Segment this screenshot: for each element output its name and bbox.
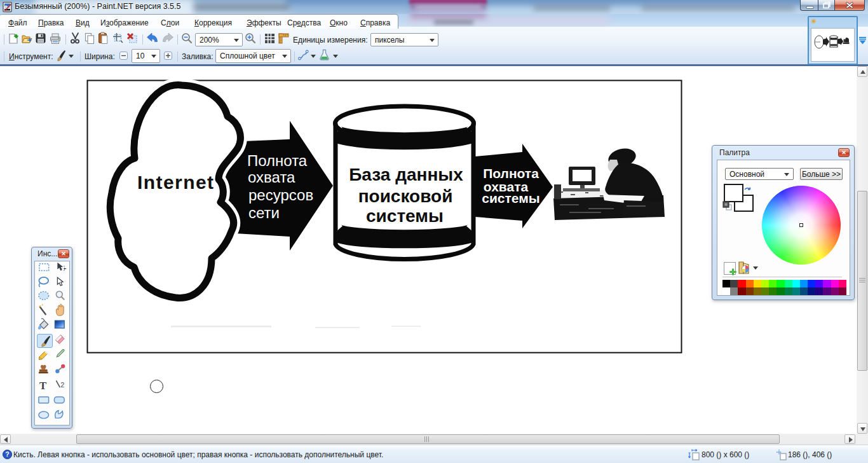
svg-text:2: 2 [60,381,64,389]
svg-text:системы: системы [366,206,444,226]
svg-text:T: T [39,380,46,392]
svg-text:сети: сети [248,204,280,221]
svg-text:охвата: охвата [248,169,295,186]
svg-text:ресурсов: ресурсов [248,186,313,204]
svg-text:Полнота: Полнота [483,166,539,181]
svg-text:системы: системы [482,191,539,205]
svg-text:Internet: Internet [137,172,214,193]
svg-text:Полнота: Полнота [247,152,308,169]
svg-text:База данных: База данных [349,165,463,184]
svg-text:поисковой: поисковой [358,186,453,206]
svg-text:?: ? [5,450,9,458]
